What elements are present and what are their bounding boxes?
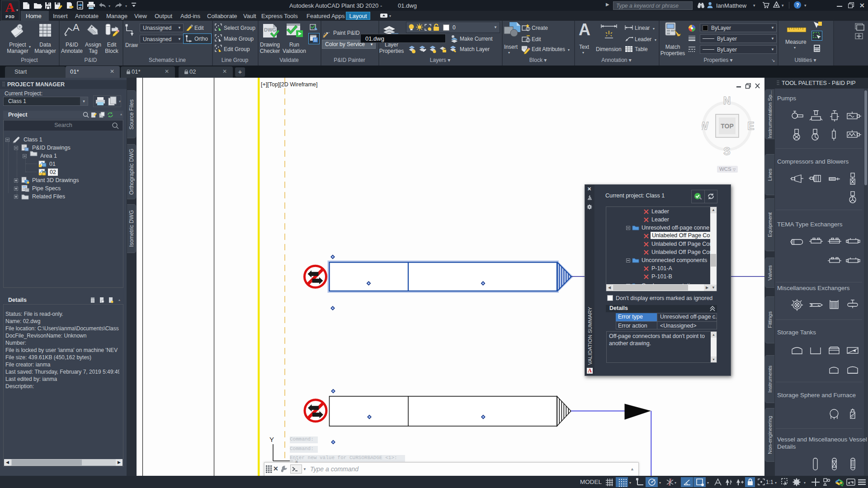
svg-text:DWG: DWG: [264, 27, 276, 33]
svg-text:TOP: TOP: [721, 122, 734, 130]
svg-text:A: A: [73, 23, 80, 33]
svg-text:E: E: [747, 120, 754, 132]
svg-text:N: N: [723, 95, 731, 107]
svg-text:Y: Y: [269, 436, 274, 443]
svg-text:S: S: [723, 145, 730, 157]
svg-text:W: W: [702, 120, 708, 132]
